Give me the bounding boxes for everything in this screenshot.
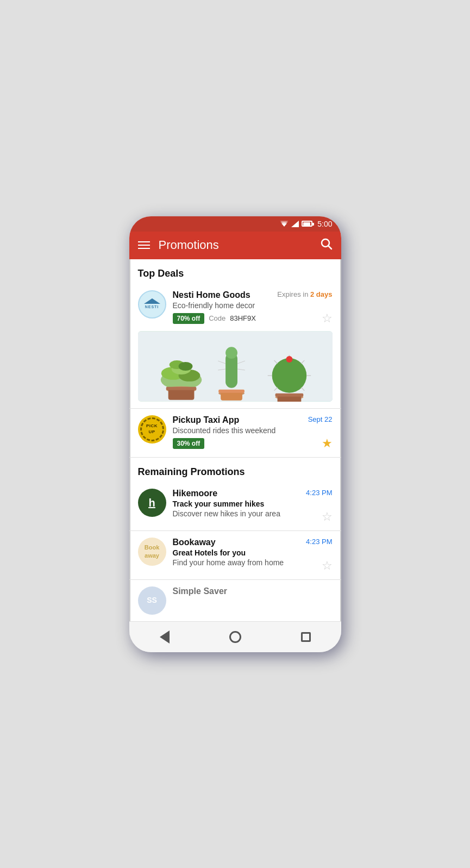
promo-card-pickup[interactable]: PICKUP Pickup Taxi App Discounted rides …: [129, 409, 341, 458]
svg-rect-24: [218, 389, 245, 392]
bookaway-name: Bookaway: [173, 538, 300, 547]
pickup-right: Sept 22 ★: [308, 415, 333, 451]
home-button[interactable]: [227, 628, 244, 646]
promo-header-hikemoore: h Hikemoore Track your summer hikes Disc…: [138, 489, 333, 524]
phone-frame: 5:00 Promotions Top Deals NESTI: [129, 216, 341, 652]
hikemoore-logo: h: [138, 489, 166, 517]
hikemoore-subtitle: Track your summer hikes: [173, 499, 300, 508]
bookaway-star-icon[interactable]: ☆: [322, 559, 333, 573]
svg-rect-36: [275, 393, 303, 396]
app-bar-title: Promotions: [159, 238, 312, 252]
wifi-icon: [280, 221, 289, 227]
pickup-star-icon[interactable]: ★: [322, 436, 333, 451]
hikemoore-time: 4:23 PM: [306, 489, 332, 497]
promo-card-bookaway[interactable]: Bookaway Bookaway Great Hotels for you F…: [129, 531, 341, 580]
bookaway-logo: Bookaway: [138, 538, 166, 566]
search-icon[interactable]: [321, 238, 333, 253]
simplesaver-name: Simple Saver: [173, 586, 333, 596]
hikemoore-description: Discover new hikes in your area: [173, 509, 300, 518]
promo-header-bookaway: Bookaway Bookaway Great Hotels for you F…: [138, 538, 333, 573]
nesti-body-text: NESTI: [145, 305, 159, 309]
back-icon: [160, 630, 170, 644]
nesti-meta: 70% off Code 83HF9X: [173, 313, 271, 324]
signal-icon: [291, 221, 299, 227]
pickup-name: Pickup Taxi App: [173, 415, 302, 425]
svg-point-12: [178, 362, 192, 371]
bookaway-description: Find your home away from home: [173, 558, 300, 567]
promo-card-simplesaver[interactable]: SS Simple Saver: [129, 580, 341, 621]
pickup-meta: 30% off: [173, 438, 302, 449]
status-time: 5:00: [317, 220, 332, 228]
nesti-info: Nesti Home Goods Eco-friendly home decor…: [173, 290, 271, 324]
nesti-discount: 70% off: [173, 313, 205, 324]
hamburger-menu-icon[interactable]: [138, 241, 150, 249]
svg-marker-3: [291, 221, 299, 227]
app-bar: Promotions: [129, 232, 341, 259]
bookaway-time: 4:23 PM: [306, 538, 332, 546]
svg-line-5: [328, 246, 331, 249]
hikemoore-logo-letter: h: [148, 496, 155, 509]
promo-header-pickup: PICKUP Pickup Taxi App Discounted rides …: [138, 415, 333, 451]
hikemoore-star-icon[interactable]: ☆: [322, 510, 333, 524]
bookaway-right: 4:23 PM ☆: [306, 538, 332, 573]
simplesaver-logo: SS: [138, 586, 166, 615]
nesti-promo-image: [138, 331, 333, 402]
pickup-subtitle: Discounted rides this weekend: [173, 426, 302, 435]
nesti-logo: NESTI: [138, 290, 166, 319]
recent-button[interactable]: [297, 628, 315, 646]
nesti-right: Expires in 2 days ☆: [277, 290, 332, 326]
pickup-logo-inner: PICKUP: [140, 417, 164, 441]
nesti-expires-days: 2 days: [310, 290, 332, 298]
nesti-star-icon[interactable]: ☆: [322, 311, 333, 326]
plants-svg: [138, 331, 333, 402]
top-deals-title: Top Deals: [129, 259, 341, 284]
pickup-date: Sept 22: [308, 415, 333, 423]
nesti-name: Nesti Home Goods: [173, 290, 271, 300]
back-button[interactable]: [156, 628, 173, 646]
pickup-discount: 30% off: [173, 438, 205, 449]
nesti-subtitle: Eco-friendly home decor: [173, 301, 271, 310]
recent-icon: [301, 632, 311, 642]
hikemoore-info: Hikemoore Track your summer hikes Discov…: [173, 489, 300, 518]
nesti-code-label: Code: [209, 314, 225, 322]
bookaway-subtitle: Great Hotels for you: [173, 548, 300, 557]
content-area: Top Deals NESTI Nesti Home Goods Eco-fri…: [129, 259, 341, 652]
nesti-code-value: 83HF9X: [230, 314, 256, 322]
home-icon: [229, 631, 241, 643]
remaining-title: Remaining Promotions: [129, 458, 341, 482]
promo-card-hikemoore[interactable]: h Hikemoore Track your summer hikes Disc…: [129, 482, 341, 531]
svg-point-33: [286, 356, 292, 363]
svg-point-17: [225, 347, 237, 359]
promo-card-nesti[interactable]: NESTI Nesti Home Goods Eco-friendly home…: [129, 284, 341, 409]
svg-rect-15: [166, 386, 196, 390]
bookaway-info: Bookaway Great Hotels for you Find your …: [173, 538, 300, 567]
nesti-roof-icon: [144, 298, 160, 304]
promo-header-simplesaver: SS Simple Saver: [138, 586, 333, 615]
hikemoore-name: Hikemoore: [173, 489, 300, 498]
hikemoore-right: 4:23 PM ☆: [306, 489, 332, 524]
bottom-navigation: [129, 621, 341, 652]
pickup-logo: PICKUP: [138, 415, 166, 444]
simplesaver-info: Simple Saver: [173, 586, 333, 596]
status-bar: 5:00: [129, 216, 341, 232]
status-icons: 5:00: [280, 220, 332, 228]
pickup-logo-text: PICKUP: [146, 423, 158, 435]
promo-header-nesti: NESTI Nesti Home Goods Eco-friendly home…: [138, 290, 333, 326]
battery-icon: [302, 221, 312, 227]
nesti-expires: Expires in 2 days: [277, 290, 332, 298]
pickup-info: Pickup Taxi App Discounted rides this we…: [173, 415, 302, 449]
